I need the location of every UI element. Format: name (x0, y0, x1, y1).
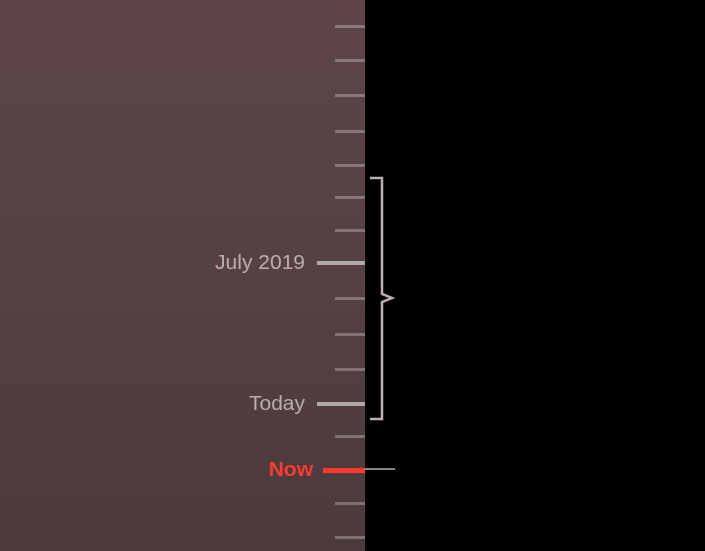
timeline-tick[interactable] (335, 333, 365, 336)
timeline-tick[interactable] (335, 502, 365, 505)
timeline-tick[interactable] (335, 196, 365, 199)
timeline-panel: July 2019 Today Now (0, 0, 365, 551)
timeline-tick[interactable] (335, 94, 365, 97)
timeline-tick[interactable] (335, 435, 365, 438)
timeline-tick-today[interactable] (317, 402, 365, 406)
bracket-path (370, 178, 392, 419)
now-indicator-extension (365, 468, 395, 470)
timeline-label-today: Today (249, 391, 305, 415)
timeline-tick[interactable] (335, 164, 365, 167)
timeline-tick[interactable] (335, 25, 365, 28)
timeline-tick[interactable] (335, 130, 365, 133)
timeline-label-july-2019: July 2019 (215, 250, 305, 274)
timeline-tick[interactable] (335, 536, 365, 539)
timeline-tick-july-2019[interactable] (317, 261, 365, 265)
timeline-tick[interactable] (335, 229, 365, 232)
timeline-tick[interactable] (335, 59, 365, 62)
timeline-tick[interactable] (335, 297, 365, 300)
timeline-tick-now[interactable] (323, 468, 365, 473)
timeline-label-now: Now (269, 457, 313, 481)
timeline-tick[interactable] (335, 368, 365, 371)
empty-panel (365, 0, 705, 551)
